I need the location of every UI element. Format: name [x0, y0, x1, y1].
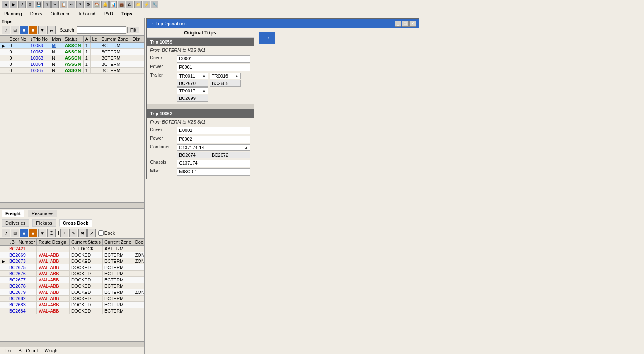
freight-col-route[interactable]: Route Design.	[37, 239, 70, 246]
col-lg[interactable]: Lg	[90, 36, 99, 43]
freight-table-container[interactable]: ↓Bill Number Route Design. Current Statu…	[0, 238, 144, 341]
col-dist[interactable]: Dist.	[131, 36, 144, 43]
toolbar-undo[interactable]: ↩	[68, 1, 75, 8]
row-trip[interactable]: 10065	[29, 68, 50, 74]
trip-row[interactable]: 0 10064 N ASSGN 1 BCTERM	[0, 61, 144, 68]
freight-col-bill[interactable]: ↓Bill Number	[7, 239, 37, 246]
freight-row[interactable]: BC2676 WAL-ABB DOCKED BCTERM	[0, 271, 145, 277]
freight-row[interactable]: BC2683 WAL-ABB DOCKED BCTERM	[0, 302, 145, 308]
col-door[interactable]: Door No	[7, 36, 29, 43]
row-trip[interactable]: 10062	[29, 49, 50, 55]
menu-outbound[interactable]: Outbound	[48, 10, 73, 17]
trailer-tr0011-expand[interactable]: ▲	[202, 74, 206, 78]
freight-row-bill[interactable]: BC2683	[7, 302, 37, 308]
toolbar-briefcase[interactable]: 💼	[118, 1, 125, 8]
freight-row[interactable]: BC2678 WAL-ABB DOCKED BCTERM	[0, 283, 145, 289]
row-trip[interactable]: 10063	[29, 55, 50, 61]
freight-refresh-icon[interactable]: ↺	[2, 229, 10, 237]
freight-row-bill[interactable]: BC2679	[7, 289, 37, 296]
freight-filter-icon[interactable]: ▼	[38, 229, 46, 237]
toolbar-home[interactable]: 🏠	[93, 1, 100, 8]
dock-checkbox[interactable]	[98, 230, 104, 236]
freight-row-bill[interactable]: BC2684	[7, 308, 37, 314]
win-minimize-btn[interactable]: _	[395, 21, 401, 27]
trips-grid-icon[interactable]: ⊞	[11, 26, 19, 34]
row-trip[interactable]: 10064	[29, 61, 50, 68]
row-trip[interactable]: 10059	[29, 43, 50, 49]
arrow-button[interactable]: →	[259, 32, 275, 44]
filter-button[interactable]: Filt	[127, 27, 139, 33]
freight-blue-icon[interactable]: ■	[20, 229, 28, 237]
tab-freight[interactable]: Freight	[2, 210, 24, 217]
freight-row[interactable]: BC2677 WAL-ABB DOCKED BCTERM	[0, 277, 145, 283]
trip-row[interactable]: ▶ 0 10059 N ASSGN 1 BCTERM	[0, 43, 144, 49]
col-status[interactable]: Status	[63, 36, 83, 43]
freight-row-bill[interactable]: BC2682	[7, 296, 37, 302]
menu-inbound[interactable]: Inbound	[77, 10, 98, 17]
col-zone[interactable]: Current Zone	[99, 36, 131, 43]
toolbar-forward[interactable]: ▶	[10, 1, 17, 8]
freight-row[interactable]: BC2684 WAL-ABB DOCKED BCTERM	[0, 308, 145, 314]
freight-sum-icon[interactable]: Σ	[47, 229, 56, 237]
trailer-tr0017-expand[interactable]: ▲	[202, 89, 206, 93]
toolbar-refresh[interactable]: ↺	[18, 1, 26, 8]
menu-trips[interactable]: Trips	[119, 10, 135, 17]
freight-col-status[interactable]: Current Status	[70, 239, 103, 246]
win-maximize-btn[interactable]: □	[402, 21, 409, 27]
toolbar-settings[interactable]: ⚙	[85, 1, 92, 8]
col-a[interactable]: A	[83, 36, 90, 43]
freight-row-bill[interactable]: BC2676	[7, 271, 37, 277]
col-trip[interactable]: ↓Trip No	[29, 36, 50, 43]
trips-search-input[interactable]	[77, 26, 126, 34]
freight-row[interactable]: ▶ BC2673 WAL-ABB DOCKED BCTERM ZON	[0, 258, 145, 264]
freight-row[interactable]: BC2682 WAL-ABB DOCKED BCTERM	[0, 296, 145, 302]
container-expand-btn[interactable]: ▲	[245, 145, 248, 150]
trip-row[interactable]: 0 10063 N ASSGN 1 BCTERM	[0, 55, 144, 61]
trips-orange-icon[interactable]: ■	[29, 26, 37, 34]
trips-table-container[interactable]: Door No ↓Trip No Man Status A Lg Current…	[0, 35, 144, 202]
toolbar-folder[interactable]: 📁	[134, 1, 142, 8]
freight-row-bill[interactable]: BC2675	[7, 264, 37, 271]
freight-grid-icon[interactable]: ⊞	[11, 229, 19, 237]
trips-print-icon[interactable]: 🖨	[47, 26, 56, 34]
win-close-btn[interactable]: ✕	[409, 21, 416, 27]
toolbar-save[interactable]: 💾	[35, 1, 42, 8]
freight-orange-icon[interactable]: ■	[29, 229, 37, 237]
toolbar-print[interactable]: 🖨	[43, 1, 51, 8]
toolbar-folder2[interactable]: 🗂	[126, 1, 133, 8]
trip-row[interactable]: 0 10065 N ASSGN 1 BCTERM	[0, 68, 144, 74]
subtab-crossdock[interactable]: Cross Dock	[59, 219, 92, 227]
trips-hscroll[interactable]	[0, 202, 144, 208]
trips-filter-icon[interactable]: ▼	[38, 26, 46, 34]
freight-row[interactable]: BC2679 WAL-ABB DOCKED BCTERM ZON	[0, 289, 145, 296]
toolbar-cut[interactable]: ✂	[51, 1, 59, 8]
freight-row-bill[interactable]: BC2669	[7, 252, 37, 258]
freight-row-bill[interactable]: BC2421	[7, 246, 37, 252]
menu-planning[interactable]: Planning	[2, 10, 24, 17]
freight-row[interactable]: BC2675 WAL-ABB DOCKED BCTERM	[0, 264, 145, 271]
trips-blue-icon[interactable]: ■	[20, 26, 28, 34]
freight-row[interactable]: BC2669 WAL-ABB DOCKED BCTERM ZON	[0, 252, 145, 258]
trip-row[interactable]: 0 10062 N ASSGN 1 BCTERM	[0, 49, 144, 55]
freight-add-icon[interactable]: +	[60, 229, 68, 237]
freight-del-icon[interactable]: ✖	[78, 229, 87, 237]
toolbar-wrench[interactable]: 🔧	[151, 1, 158, 8]
trailer-tr0016-expand[interactable]: ▲	[235, 74, 239, 78]
freight-col-zone[interactable]: Current Zone	[103, 239, 133, 246]
freight-row-bill[interactable]: BC2677	[7, 277, 37, 283]
subtab-deliveries[interactable]: Deliveries	[2, 219, 29, 227]
freight-move-icon[interactable]: ↗	[87, 229, 96, 237]
freight-edit-icon[interactable]: ✎	[69, 229, 77, 237]
toolbar-chart[interactable]: 📊	[109, 1, 117, 8]
freight-col-doc[interactable]: Doc	[133, 239, 144, 246]
toolbar-grid[interactable]: ⊞	[27, 1, 34, 8]
menu-pand[interactable]: P&D	[101, 10, 116, 17]
tab-resources[interactable]: Resources	[28, 210, 57, 217]
freight-hscroll[interactable]	[0, 341, 144, 347]
toolbar-bolt[interactable]: ⚡	[143, 1, 150, 8]
toolbar-help[interactable]: ?	[76, 1, 84, 8]
toolbar-paste[interactable]: 📋	[60, 1, 67, 8]
toolbar-notify[interactable]: 🔔	[101, 1, 109, 8]
freight-row-bill[interactable]: BC2678	[7, 283, 37, 289]
subtab-pickups[interactable]: Pickups	[32, 219, 56, 227]
